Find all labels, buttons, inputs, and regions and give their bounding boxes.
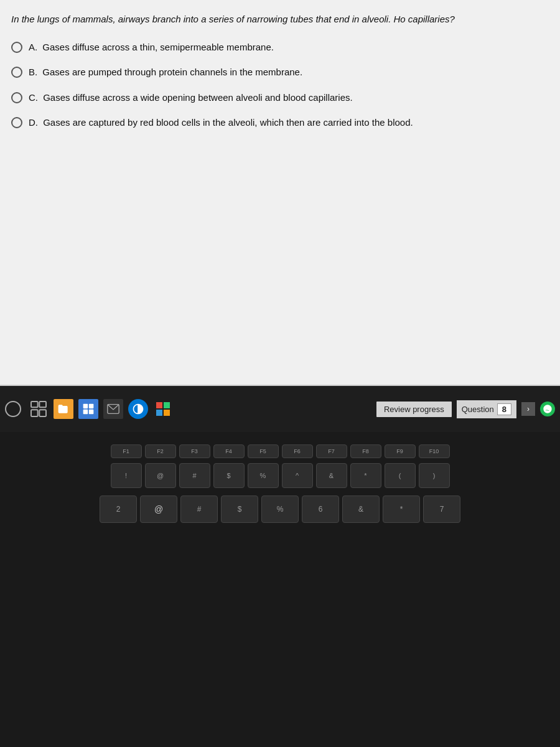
- keyboard-fn-row: F1 F2 F3 F4 F5 F6 F7 F8 F9 F10: [111, 444, 450, 458]
- svg-rect-2: [31, 410, 38, 416]
- radio-c[interactable]: [11, 92, 22, 103]
- key-9[interactable]: (: [385, 463, 416, 488]
- key-dollar[interactable]: $: [221, 496, 258, 523]
- key-f4[interactable]: F4: [213, 444, 245, 458]
- key-f3[interactable]: F3: [179, 444, 210, 458]
- svg-rect-6: [83, 410, 88, 415]
- answer-label-a: A. Gases diffuse across a thin, semiperm…: [29, 40, 274, 55]
- key-1[interactable]: !: [111, 463, 142, 488]
- svg-rect-7: [89, 410, 94, 415]
- svg-rect-5: [89, 404, 94, 409]
- key-f10[interactable]: F10: [419, 444, 450, 458]
- browser-icon[interactable]: [128, 399, 148, 419]
- key-7-bottom[interactable]: 7: [423, 496, 460, 523]
- key-f1[interactable]: F1: [111, 444, 142, 458]
- task-view-icon[interactable]: [29, 399, 49, 419]
- key-asterisk[interactable]: *: [383, 496, 420, 523]
- key-hash[interactable]: #: [180, 496, 218, 523]
- answer-option-d[interactable]: D. Gases are captured by red blood cells…: [11, 116, 549, 130]
- todo-icon[interactable]: [153, 399, 173, 419]
- key-at[interactable]: [140, 496, 177, 523]
- key-0[interactable]: ): [419, 463, 450, 488]
- file-manager-icon[interactable]: [54, 399, 73, 419]
- key-f5[interactable]: F5: [248, 444, 279, 458]
- windows-search-icon[interactable]: [5, 401, 21, 417]
- svg-rect-0: [31, 402, 38, 407]
- taskbar-left: [5, 399, 376, 419]
- svg-rect-3: [39, 410, 46, 416]
- key-5[interactable]: %: [248, 463, 279, 488]
- key-7[interactable]: &: [316, 463, 347, 488]
- key-f7[interactable]: F7: [316, 444, 347, 458]
- answer-option-a[interactable]: A. Gases diffuse across a thin, semiperm…: [11, 40, 549, 55]
- key-3[interactable]: #: [179, 463, 210, 488]
- question-indicator: Question 8: [457, 400, 516, 418]
- key-ampersand[interactable]: &: [342, 496, 380, 523]
- key-f2[interactable]: F2: [145, 444, 176, 458]
- key-f8[interactable]: F8: [350, 444, 381, 458]
- answer-option-b[interactable]: B. Gases are pumped through protein chan…: [11, 65, 549, 80]
- key-8[interactable]: *: [350, 463, 381, 488]
- radio-a[interactable]: [11, 42, 22, 53]
- keyboard-num-row: ! @ # $ % ^ & * ( ): [111, 463, 450, 488]
- radio-d[interactable]: [11, 117, 22, 128]
- svg-rect-4: [83, 404, 88, 409]
- answer-label-c: C. Gases diffuse across a wide opening b…: [29, 91, 353, 105]
- taskbar-right: Review progress Question 8 ›: [376, 400, 555, 418]
- keyboard-qwerty-row: 2 # $ % 6 & * 7: [100, 496, 460, 523]
- key-6-bottom[interactable]: 6: [302, 496, 339, 523]
- answer-label-d: D. Gases are captured by red blood cells…: [29, 116, 413, 130]
- taskbar: Review progress Question 8 ›: [0, 386, 560, 432]
- question-number: 8: [497, 403, 511, 415]
- review-progress-button[interactable]: Review progress: [376, 402, 452, 417]
- answer-label-b: B. Gases are pumped through protein chan…: [29, 65, 302, 80]
- key-4[interactable]: $: [213, 463, 245, 488]
- key-6[interactable]: ^: [282, 463, 313, 488]
- mail-icon[interactable]: [103, 399, 123, 419]
- keyboard-area: F1 F2 F3 F4 F5 F6 F7 F8 F9 F10 ! @ # $ %…: [0, 432, 560, 747]
- quiz-container: In the lungs of mammals, airways branch …: [0, 0, 560, 386]
- question-text: In the lungs of mammals, airways branch …: [11, 12, 549, 27]
- question-text-label: Question: [462, 405, 494, 414]
- spotify-icon[interactable]: [540, 402, 555, 416]
- key-f6[interactable]: F6: [282, 444, 313, 458]
- radio-b[interactable]: [11, 67, 22, 78]
- key-2[interactable]: @: [145, 463, 176, 488]
- key-f9[interactable]: F9: [385, 444, 416, 458]
- svg-rect-1: [39, 402, 46, 407]
- key-2-bottom[interactable]: 2: [100, 496, 137, 523]
- app-store-icon[interactable]: [78, 399, 98, 419]
- key-percent[interactable]: %: [261, 496, 299, 523]
- next-question-button[interactable]: ›: [521, 402, 535, 416]
- answer-option-c[interactable]: C. Gases diffuse across a wide opening b…: [11, 91, 549, 105]
